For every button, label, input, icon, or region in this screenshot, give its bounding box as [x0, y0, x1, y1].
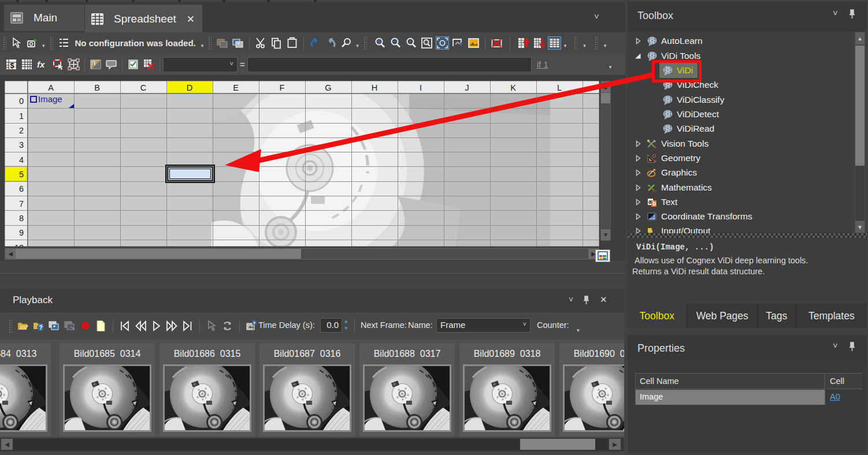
svg-text:C: C [140, 83, 146, 92]
svg-text:.01: .01 [652, 189, 657, 193]
svg-text:K: K [510, 83, 516, 92]
svg-text:1: 1 [17, 43, 20, 49]
svg-text:1: 1 [19, 111, 24, 121]
svg-text:8: 8 [19, 214, 24, 223]
svg-text:F: F [280, 83, 285, 92]
svg-text:H: H [372, 83, 377, 92]
svg-text:?: ? [39, 325, 43, 331]
svg-text:D: D [187, 83, 192, 92]
svg-text:J: J [465, 83, 469, 92]
svg-text:2: 2 [19, 126, 24, 135]
svg-text:fx: fx [37, 59, 45, 69]
svg-text:E: E [233, 83, 239, 92]
svg-text:G: G [325, 83, 331, 92]
svg-text:B: B [94, 83, 100, 92]
svg-text:9: 9 [19, 228, 24, 237]
svg-text:1: 1 [92, 62, 95, 66]
svg-text:L: L [557, 83, 562, 92]
svg-text:0: 0 [19, 96, 24, 106]
svg-text:I: I [420, 83, 422, 92]
svg-text:3: 3 [19, 140, 24, 150]
svg-text:$: $ [10, 61, 15, 70]
svg-text:6: 6 [19, 184, 24, 193]
svg-text:7: 7 [19, 199, 24, 208]
svg-text:5: 5 [19, 170, 24, 179]
svg-text:Image: Image [38, 94, 62, 104]
svg-text:b: b [652, 200, 656, 207]
svg-text:10: 10 [14, 243, 24, 247]
svg-text:4: 4 [19, 155, 24, 165]
svg-text:x: x [648, 184, 650, 187]
svg-text:A: A [48, 83, 54, 92]
svg-text:1: 1 [212, 326, 215, 332]
